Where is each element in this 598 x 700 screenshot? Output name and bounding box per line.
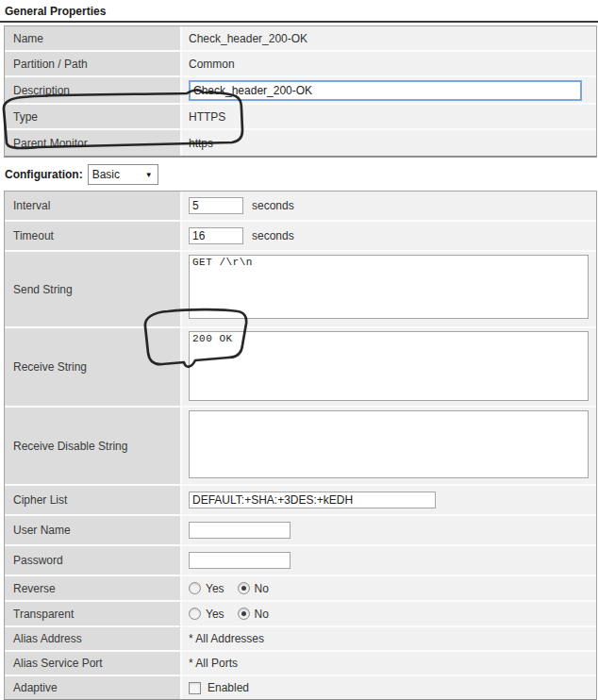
receive-string-label: Receive String [5,328,182,406]
configuration-bar: Configuration: Basic ▼ [5,164,598,185]
row-send-string: Send String GET /\r\n [5,252,596,328]
description-input[interactable] [189,80,582,101]
password-label: Password [5,546,182,575]
row-receive-disable-string: Receive Disable String [5,408,596,486]
user-name-input[interactable] [189,522,291,539]
row-timeout: Timeout seconds [5,222,596,252]
configuration-table: Interval seconds Timeout seconds Send St… [4,191,597,700]
row-parent-monitor: Parent Monitor https [5,130,596,156]
row-adaptive: Adaptive Enabled [5,676,596,699]
row-password: Password [5,546,596,576]
interval-input[interactable] [189,197,243,214]
adaptive-label: Adaptive [5,676,182,699]
receive-disable-string-label: Receive Disable String [5,408,182,484]
receive-string-textarea[interactable]: 200 OK [189,331,589,401]
alias-address-value: * All Addresses [182,627,596,650]
adaptive-checkbox-label: Enabled [208,681,249,694]
reverse-yes-label: Yes [206,582,224,595]
row-alias-service-port: Alias Service Port * All Ports [5,652,596,676]
cipher-list-input[interactable] [189,492,436,508]
name-value: Check_header_200-OK [182,26,596,50]
interval-unit: seconds [252,199,294,212]
timeout-unit: seconds [252,229,294,242]
parent-monitor-value: https [182,130,596,156]
transparent-label: Transparent [5,602,182,625]
alias-service-port-label: Alias Service Port [5,652,182,675]
row-interval: Interval seconds [5,192,596,222]
configuration-select[interactable]: Basic ▼ [88,164,158,185]
interval-label: Interval [5,192,182,220]
row-reverse: Reverse Yes No [5,576,596,602]
row-partition-path: Partition / Path Common [5,52,596,77]
send-string-label: Send String [5,252,182,326]
type-label: Type [5,105,182,128]
partition-path-label: Partition / Path [5,52,182,75]
row-description: Description [5,77,596,105]
transparent-no-label: No [255,608,269,621]
reverse-no-label: No [255,582,269,595]
row-cipher-list: Cipher List [5,486,596,516]
configuration-label: Configuration: [5,168,83,181]
adaptive-checkbox[interactable] [189,682,201,694]
row-alias-address: Alias Address * All Addresses [5,627,596,652]
row-transparent: Transparent Yes No [5,602,596,627]
section-title-general-properties: General Properties [0,0,598,23]
send-string-textarea[interactable]: GET /\r\n [189,255,589,319]
timeout-label: Timeout [5,222,182,250]
parent-monitor-label: Parent Monitor [5,130,182,156]
timeout-input[interactable] [189,227,243,244]
transparent-yes-radio[interactable] [189,608,201,620]
cipher-list-label: Cipher List [5,486,182,514]
type-value: HTTPS [182,105,596,128]
reverse-no-radio[interactable] [238,582,250,594]
chevron-down-icon: ▼ [145,171,153,179]
row-user-name: User Name [5,516,596,546]
row-type: Type HTTPS [5,105,596,130]
password-input[interactable] [189,552,291,569]
configuration-selected-option: Basic [92,168,120,181]
reverse-label: Reverse [5,576,182,600]
transparent-no-radio[interactable] [238,608,250,620]
partition-path-value: Common [182,52,596,75]
transparent-yes-label: Yes [206,608,224,621]
row-name: Name Check_header_200-OK [5,26,596,52]
user-name-label: User Name [5,516,182,544]
alias-service-port-value: * All Ports [182,652,596,675]
general-properties-table: Name Check_header_200-OK Partition / Pat… [4,25,597,158]
receive-disable-string-textarea[interactable] [189,410,589,478]
description-label: Description [5,77,182,103]
name-label: Name [5,26,182,50]
reverse-yes-radio[interactable] [189,582,201,594]
row-receive-string: Receive String 200 OK [5,328,596,408]
alias-address-label: Alias Address [5,627,182,650]
